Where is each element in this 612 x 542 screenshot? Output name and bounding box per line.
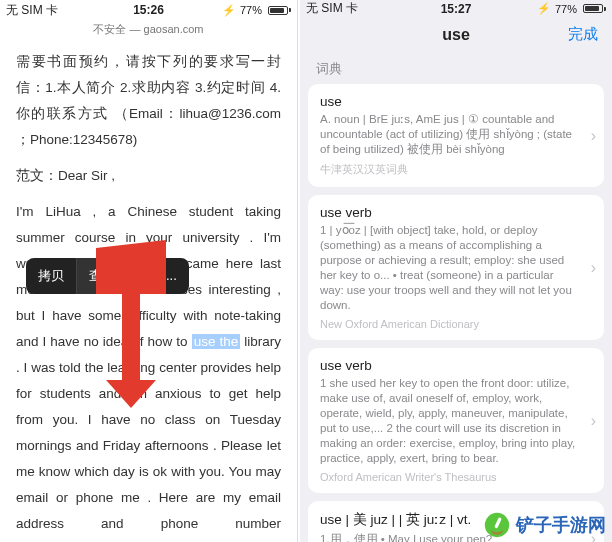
dict-entry-source: 牛津英汉汉英词典	[320, 162, 576, 177]
dict-entry[interactable]: use A. noun | BrE juːs, AmE jus | ① coun…	[308, 84, 604, 187]
watermark-logo-icon	[484, 512, 510, 538]
status-time: 15:27	[441, 2, 472, 16]
dict-entry-body: 1 | yo͞oz | [with object] take, hold, or…	[320, 223, 576, 313]
chevron-right-icon: ›	[591, 259, 596, 277]
dictionary-section-label: 词典	[300, 50, 612, 84]
dict-entry-body: 1 she used her key to open the front doo…	[320, 376, 576, 466]
battery-percent: 77%	[555, 3, 577, 15]
battery-icon	[266, 6, 291, 15]
dict-entry-body: A. noun | BrE juːs, AmE jus | ① countabl…	[320, 112, 576, 157]
url-bar[interactable]: 不安全 — gaosan.com	[0, 20, 297, 43]
dict-entry[interactable]: use verb 1 | yo͞oz | [with object] take,…	[308, 195, 604, 340]
copy-button[interactable]: 拷贝	[26, 258, 77, 294]
status-bar: 无 SIM 卡 15:27 ⚡ 77%	[300, 0, 612, 17]
lookup-title: use	[442, 26, 470, 44]
watermark-text: 铲子手游网	[516, 513, 606, 537]
paragraph: 范文：Dear Sir ,	[16, 163, 281, 189]
carrier-label: 无 SIM 卡	[306, 0, 358, 17]
text-selection[interactable]: use the	[192, 334, 241, 349]
lookup-header: use 完成	[300, 17, 612, 50]
dict-entry-source: New Oxford American Dictionary	[320, 318, 576, 330]
url-insecure-label: 不安全 —	[93, 23, 143, 35]
watermark: 铲子手游网	[484, 512, 606, 538]
dict-entry-head: use verb	[320, 205, 576, 220]
share-button[interactable]: 共享...	[128, 258, 189, 294]
paragraph: I'm LiHua , a Chinese student taking sum…	[16, 199, 281, 542]
phone-left: 无 SIM 卡 15:26 ⚡ 77% 不安全 — gaosan.com 需要书…	[0, 0, 298, 542]
selection-context-menu: 拷贝 查询 共享...	[26, 258, 189, 294]
battery-icon	[581, 4, 606, 13]
chevron-right-icon: ›	[591, 127, 596, 145]
phone-right: 无 SIM 卡 15:27 ⚡ 77% use 完成 词典 use A. nou…	[300, 0, 612, 542]
done-button[interactable]: 完成	[568, 25, 598, 44]
battery-percent: 77%	[240, 4, 262, 16]
url-host: gaosan.com	[144, 23, 204, 35]
dict-entry-head: use	[320, 94, 576, 109]
charging-icon: ⚡	[222, 4, 236, 17]
dictionary-cards: use A. noun | BrE juːs, AmE jus | ① coun…	[300, 84, 612, 542]
charging-icon: ⚡	[537, 2, 551, 15]
dict-entry-head: use verb	[320, 358, 576, 373]
paragraph: 需要书面预约，请按下列的要求写一封信：1.本人简介 2.求助内容 3.约定时间 …	[16, 49, 281, 153]
status-time: 15:26	[133, 3, 164, 17]
dict-entry-source: Oxford American Writer's Thesaurus	[320, 471, 576, 483]
dict-entry[interactable]: use verb 1 she used her key to open the …	[308, 348, 604, 493]
chevron-right-icon: ›	[591, 412, 596, 430]
carrier-label: 无 SIM 卡	[6, 2, 58, 19]
lookup-button[interactable]: 查询	[77, 258, 128, 294]
status-bar: 无 SIM 卡 15:26 ⚡ 77%	[0, 0, 297, 20]
